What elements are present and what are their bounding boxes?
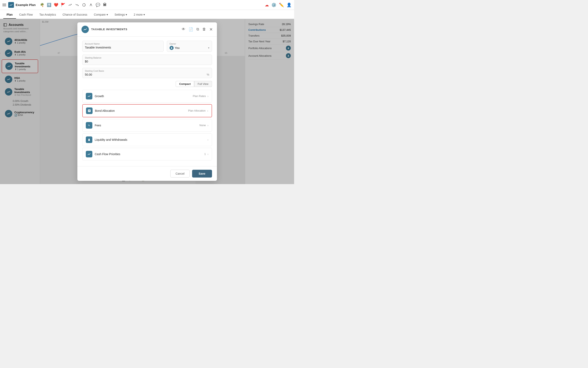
account-name-field[interactable]: Account Name Taxable Investments [82, 41, 164, 52]
modal-title: TAXABLE INVESTMENTS [91, 28, 127, 31]
fees-section-row[interactable]: % Fees None › [82, 119, 212, 132]
svg-point-1 [90, 4, 91, 5]
growth-section-row[interactable]: Growth Plan Rates › [82, 90, 212, 102]
growth-arrow: › [208, 94, 209, 98]
tab-chance[interactable]: Chance of Success [59, 11, 91, 19]
modal-doc-icon[interactable]: 📄 [189, 27, 193, 32]
account-name-owner-row: Account Name Taxable Investments Owner Y… [82, 41, 212, 52]
owner-dropdown-arrow: ▾ [208, 46, 209, 49]
bond-allocation-arrow: › [207, 109, 208, 112]
tab-plan[interactable]: Plan [3, 11, 16, 19]
settings-gear-icon[interactable]: ⚙️ [271, 2, 276, 7]
nav-icon-0[interactable]: 🌴 [39, 2, 45, 8]
bond-allocation-icon [86, 108, 93, 114]
modal-body: Account Name Taxable Investments Owner Y… [77, 37, 217, 166]
plan-name: Example Plan [16, 3, 36, 7]
bond-allocation-section-row[interactable]: Bond Allocation Plan Allocation › [82, 104, 212, 117]
fees-icon: % [86, 122, 92, 129]
svg-rect-10 [88, 110, 90, 110]
starting-balance-field[interactable]: Starting Balance $0 [82, 55, 212, 65]
starting-cost-basis-field[interactable]: Starting Cost Basis 50.00 % [82, 68, 212, 78]
nav-icon-4[interactable] [67, 2, 73, 8]
nav-icon-9[interactable]: 🏛 [102, 2, 108, 8]
top-nav: Example Plan 🌴 ⬆️ ❤️ 🚩 💬 🏛 ☁ ⚙️ ✏️ 👤 [0, 0, 294, 10]
hamburger-menu[interactable] [2, 3, 7, 7]
modal-close-btn[interactable]: ✕ [209, 27, 213, 32]
starting-balance-row: Starting Balance $0 [82, 55, 212, 65]
growth-icon [86, 93, 92, 100]
compact-view-btn[interactable]: Compact [176, 81, 194, 87]
nav-icon-1[interactable]: ⬆️ [46, 2, 52, 8]
plan-icon [8, 2, 14, 8]
avatar-icon[interactable]: 👤 [287, 2, 292, 7]
full-view-btn[interactable]: Full View [194, 81, 212, 87]
starting-cost-basis-row: Starting Cost Basis 50.00 % [82, 68, 212, 78]
liquidity-icon [86, 137, 92, 143]
modal-copy-icon[interactable]: ⧉ [196, 27, 199, 31]
modal-header-icon [81, 26, 89, 33]
svg-rect-12 [88, 111, 89, 111]
modal-eye-icon[interactable]: 👁 [182, 27, 185, 31]
view-toggle: Compact Full View [82, 81, 212, 87]
cloud-icon[interactable]: ☁ [265, 2, 269, 7]
cancel-button[interactable]: Cancel [170, 170, 190, 177]
nav-icon-2[interactable]: ❤️ [53, 2, 59, 8]
nav-icon-7[interactable] [88, 2, 94, 8]
svg-point-8 [171, 47, 172, 48]
svg-text:%: % [88, 124, 90, 127]
tab-cashflow[interactable]: Cash Flow [16, 11, 36, 19]
tab-more[interactable]: 2 more ▾ [130, 11, 148, 19]
fees-arrow: › [208, 124, 209, 127]
modal-overlay: TAXABLE INVESTMENTS 👁 📄 ⧉ 🗑 ✕ Account Na… [0, 19, 294, 184]
modal-header: TAXABLE INVESTMENTS 👁 📄 ⧉ 🗑 ✕ [77, 22, 217, 37]
tab-compare[interactable]: Compare ▾ [90, 11, 111, 19]
tabs-bar: Plan Cash Flow Tax Analytics Chance of S… [0, 10, 294, 19]
modal: TAXABLE INVESTMENTS 👁 📄 ⧉ 🗑 ✕ Account Na… [77, 22, 217, 181]
nav-icon-8[interactable]: 💬 [95, 2, 101, 8]
cash-flow-arrow: › [208, 152, 209, 156]
cash-flow-section-row[interactable]: Cash Flow Priorities 1 › [82, 148, 212, 160]
svg-rect-11 [88, 110, 90, 111]
modal-header-actions: 👁 📄 ⧉ 🗑 ✕ [182, 27, 213, 32]
nav-icon-edit[interactable]: ✏️ [279, 2, 284, 7]
owner-avatar [169, 46, 174, 50]
modal-delete-icon[interactable]: 🗑 [202, 27, 206, 31]
tab-settings[interactable]: Settings ▾ [111, 11, 131, 19]
liquidity-arrow: › [208, 138, 209, 141]
save-button[interactable]: Save [192, 170, 212, 177]
nav-icon-6[interactable] [81, 2, 87, 8]
cash-flow-icon [86, 151, 92, 157]
modal-footer: Cancel Save [77, 166, 217, 181]
nav-right: ☁ ⚙️ ✏️ 👤 [265, 2, 292, 7]
owner-field[interactable]: Owner You ▾ [167, 41, 212, 52]
nav-icon-5[interactable] [74, 2, 80, 8]
nav-icon-group: 🌴 ⬆️ ❤️ 🚩 💬 🏛 [39, 2, 108, 8]
liquidity-section-row[interactable]: Liquidity and Withdrawals › [82, 133, 212, 146]
main-layout: Accounts Accounts and investment categor… [0, 19, 294, 184]
nav-icon-3[interactable]: 🚩 [60, 2, 66, 8]
tab-tax[interactable]: Tax Analytics [36, 11, 59, 19]
